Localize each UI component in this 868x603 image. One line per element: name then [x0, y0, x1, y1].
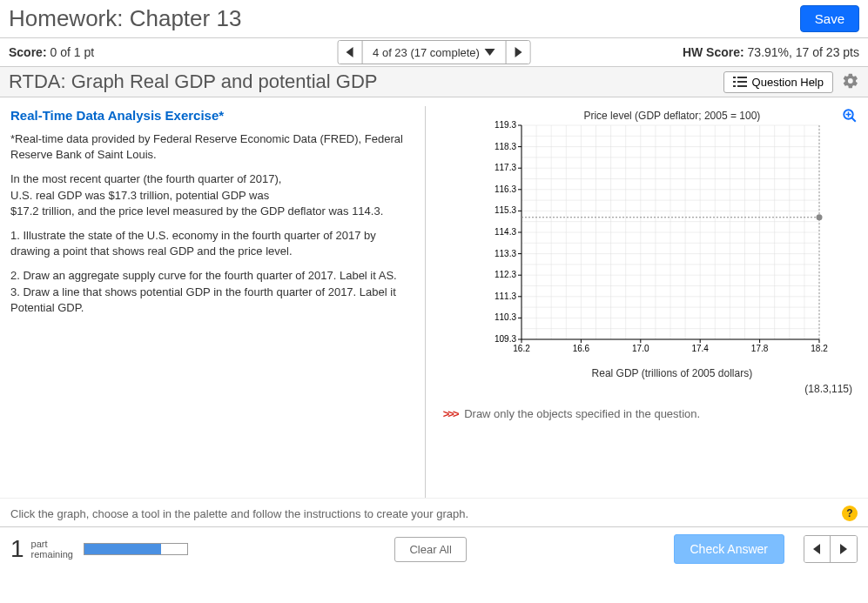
svg-text:111.3: 111.3	[495, 291, 516, 301]
nav-position-label: 4 of 23 (17 complete)	[373, 46, 480, 59]
instruction-2: 2. Draw an aggregate supply curve for th…	[10, 268, 413, 284]
svg-text:116.3: 116.3	[495, 184, 516, 194]
question-help-label: Question Help	[752, 76, 824, 89]
chart-container: Price level (GDP deflator; 2005 = 100) 1…	[487, 113, 858, 395]
hw-score-value: 73.91%, 17 of 23 pts	[748, 45, 859, 59]
footer-nav	[804, 535, 858, 563]
question-nav: 4 of 23 (17 complete)	[337, 40, 531, 64]
next-question-button[interactable]	[506, 41, 530, 64]
chart-title: Price level (GDP deflator; 2005 = 100)	[583, 110, 760, 122]
footer-next-button[interactable]	[831, 536, 857, 562]
svg-text:118.3: 118.3	[495, 142, 516, 151]
svg-text:17.8: 17.8	[751, 344, 769, 353]
svg-rect-1	[737, 77, 747, 78]
clear-all-button[interactable]: Clear All	[394, 537, 466, 562]
triangle-left-icon	[347, 47, 353, 57]
footer-row: 1 part remaining Clear All Check Answer	[0, 526, 868, 571]
magnify-plus-icon	[842, 108, 858, 124]
cursor-coordinates: (18.3,115)	[487, 383, 858, 395]
hint-text: Click the graph, choose a tool in the pa…	[10, 507, 468, 520]
svg-text:115.3: 115.3	[495, 205, 516, 215]
check-answer-button[interactable]: Check Answer	[674, 534, 784, 564]
triangle-left-icon	[813, 544, 820, 554]
prev-question-button[interactable]	[338, 41, 362, 64]
content-area: Real-Time Data Analysis Exercise* *Real-…	[0, 97, 868, 498]
x-axis-label: Real GDP (trillions of 2005 dollars)	[487, 367, 858, 379]
source-note: *Real-time data provided by Federal Rese…	[10, 131, 413, 163]
svg-text:117.3: 117.3	[495, 163, 516, 172]
question-nav-dropdown[interactable]: 4 of 23 (17 complete)	[362, 41, 506, 64]
svg-text:119.3: 119.3	[495, 120, 516, 130]
graph-panel: Price level (GDP deflator; 2005 = 100) 1…	[426, 106, 858, 498]
svg-text:16.6: 16.6	[572, 344, 589, 353]
hint-row: Click the graph, choose a tool in the pa…	[0, 498, 868, 526]
homework-title: Homework: Chapter 13	[9, 5, 241, 32]
triangle-right-icon	[840, 544, 847, 554]
part-label: part remaining	[31, 539, 73, 559]
arrow-icon: >>>	[443, 407, 458, 420]
svg-text:16.2: 16.2	[513, 344, 530, 353]
question-title: RTDA: Graph Real GDP and potential GDP	[9, 70, 378, 93]
score-label: Score:	[9, 45, 47, 59]
instruction-1: 1. Illustrate the state of the U.S. econ…	[10, 228, 413, 259]
part-number: 1	[10, 535, 24, 563]
draw-instruction-text: Draw only the objects specified in the q…	[464, 407, 700, 420]
score-row: Score: 0 of 1 pt 4 of 23 (17 complete) H…	[0, 38, 868, 67]
chevron-down-icon	[485, 49, 495, 56]
svg-text:17.0: 17.0	[632, 344, 649, 353]
exercise-heading: Real-Time Data Analysis Exercise*	[10, 106, 413, 124]
svg-rect-5	[737, 85, 747, 87]
draw-instruction: >>> Draw only the objects specified in t…	[443, 407, 858, 420]
svg-line-7	[851, 117, 856, 122]
list-icon	[733, 77, 747, 87]
zoom-button[interactable]	[842, 108, 858, 126]
svg-rect-0	[733, 77, 736, 78]
hw-score-label: HW Score:	[683, 45, 744, 59]
score-value: 0 of 1 pt	[50, 45, 94, 59]
instruction-3: 3. Draw a line that shows potential GDP …	[10, 285, 413, 316]
svg-rect-2	[733, 81, 736, 83]
context-paragraph: In the most recent quarter (the fourth q…	[10, 171, 413, 219]
parts-remaining: 1 part remaining	[10, 535, 73, 563]
graph-canvas[interactable]: 109.3110.3111.3112.3113.3114.3115.3116.3…	[487, 113, 835, 365]
progress-bar	[84, 543, 188, 555]
score-display: Score: 0 of 1 pt	[9, 45, 94, 59]
svg-rect-4	[733, 85, 736, 87]
svg-text:18.2: 18.2	[811, 344, 828, 353]
svg-text:17.4: 17.4	[691, 344, 709, 353]
gear-icon	[842, 72, 859, 90]
settings-button[interactable]	[842, 72, 859, 92]
svg-text:113.3: 113.3	[495, 249, 516, 258]
save-button[interactable]: Save	[800, 5, 859, 32]
svg-text:112.3: 112.3	[495, 270, 516, 279]
question-bar: RTDA: Graph Real GDP and potential GDP Q…	[0, 67, 868, 97]
svg-text:114.3: 114.3	[495, 227, 516, 237]
svg-point-90	[816, 214, 822, 220]
question-help-button[interactable]: Question Help	[723, 71, 833, 93]
progress-fill	[84, 544, 162, 554]
svg-text:110.3: 110.3	[495, 312, 516, 322]
svg-text:109.3: 109.3	[495, 334, 516, 344]
triangle-right-icon	[515, 47, 521, 57]
footer-prev-button[interactable]	[804, 536, 831, 562]
header-row: Homework: Chapter 13 Save	[0, 0, 868, 38]
svg-rect-3	[737, 81, 747, 83]
question-text-panel: Real-Time Data Analysis Exercise* *Real-…	[10, 106, 426, 498]
help-button[interactable]: ?	[842, 506, 858, 521]
hw-score-display: HW Score: 73.91%, 17 of 23 pts	[683, 45, 859, 59]
